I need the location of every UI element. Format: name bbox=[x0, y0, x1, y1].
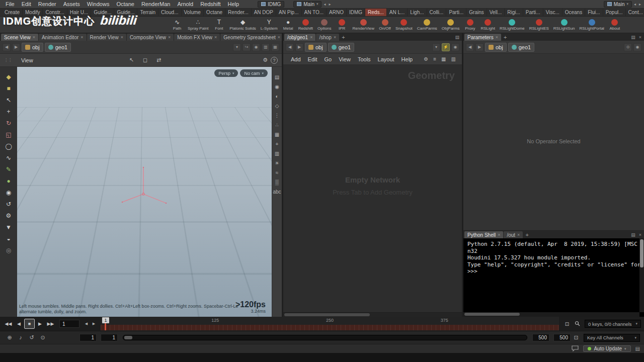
shelf-tab[interactable]: Visc... bbox=[543, 9, 562, 16]
help-icon[interactable]: ? bbox=[271, 57, 278, 64]
close-tab-icon[interactable]: × bbox=[334, 35, 336, 40]
shelf-tab[interactable]: Reds... bbox=[365, 9, 387, 16]
forward-button[interactable]: ▶ bbox=[12, 43, 20, 51]
move-tool-icon[interactable]: + bbox=[4, 108, 13, 116]
pane-tab[interactable]: /out × bbox=[504, 231, 523, 238]
back-button[interactable]: ◀ bbox=[466, 43, 474, 51]
shelf-tab[interactable]: Volume bbox=[182, 9, 204, 16]
network-menu-item[interactable]: View bbox=[335, 55, 354, 63]
scroll-left-icon[interactable]: ◂ bbox=[323, 2, 327, 7]
select-tool-icon[interactable]: ↖ bbox=[4, 96, 13, 104]
shelf-tab[interactable]: Render... bbox=[225, 9, 252, 16]
shelf-tab[interactable]: AN Pip... bbox=[276, 9, 301, 16]
pane-tab[interactable]: Animation Editor × bbox=[39, 34, 87, 41]
pane-menu-icon[interactable]: ▤ bbox=[629, 232, 637, 237]
play-reverse-button[interactable]: ◀ bbox=[14, 319, 24, 329]
current-frame-field[interactable]: 1 bbox=[59, 320, 79, 328]
menubar-item[interactable]: Windows bbox=[84, 0, 113, 8]
playback-range-end-field[interactable]: 500 bbox=[532, 334, 549, 341]
network-menu-item[interactable]: Go bbox=[321, 55, 336, 63]
pane-tab[interactable]: Parameters × bbox=[464, 34, 501, 41]
close-tab-icon[interactable]: × bbox=[278, 35, 280, 40]
close-tab-icon[interactable]: × bbox=[517, 232, 520, 237]
realtime-toggle-icon[interactable]: ⊙ bbox=[37, 334, 48, 341]
shelf-tool[interactable]: Options bbox=[315, 19, 334, 31]
shading-mode-icon[interactable]: ◐ bbox=[275, 94, 278, 99]
new-tab-button[interactable]: + bbox=[502, 34, 509, 40]
shelf-tab[interactable]: Constr... bbox=[43, 9, 67, 16]
settings-gear-icon[interactable]: ⚙ bbox=[263, 57, 268, 63]
shelf-tool[interactable]: RSLightES bbox=[527, 19, 551, 31]
stop-button[interactable]: ■ bbox=[24, 319, 35, 329]
scroll-right-icon[interactable]: ▸ bbox=[638, 2, 642, 7]
grid-display-icon[interactable]: ▦ bbox=[275, 132, 279, 137]
shelf-tool[interactable]: ◆ Platonic Solids bbox=[227, 19, 258, 31]
network-menu-item[interactable]: Tools bbox=[354, 55, 374, 63]
close-tab-icon[interactable]: × bbox=[310, 35, 312, 40]
menubar-item[interactable]: Assets bbox=[60, 0, 84, 8]
snap-tool-icon[interactable]: ◉ bbox=[4, 189, 13, 197]
shelf-tool[interactable]: RSLightDome bbox=[498, 19, 527, 31]
network-canvas[interactable]: Geometry Empty Network Press Tab to Add … bbox=[283, 65, 462, 317]
pin-icon[interactable]: ◉ bbox=[633, 43, 641, 51]
paint-tool-icon[interactable]: ✎ bbox=[4, 165, 13, 173]
geometry-badge-icon[interactable]: ■ bbox=[4, 84, 13, 93]
menubar-item[interactable]: File bbox=[2, 0, 18, 8]
network-menu-item[interactable]: Help bbox=[398, 55, 417, 63]
shelf-tab[interactable]: Guide... bbox=[114, 9, 137, 16]
close-tab-icon[interactable]: × bbox=[80, 35, 83, 40]
pane-close-icon[interactable]: × bbox=[637, 35, 643, 40]
text-overlay-icon[interactable]: abc bbox=[273, 190, 281, 195]
range-slider-handle[interactable] bbox=[124, 336, 132, 339]
pane-tab[interactable]: /shop × bbox=[316, 34, 339, 41]
pin-icon[interactable]: ◉ bbox=[451, 43, 459, 51]
pane-tab[interactable]: Geometry Spreadsheet × bbox=[220, 34, 283, 41]
python-shell-output[interactable]: Python 2.7.15 (default, Apr 8 2019, 15:3… bbox=[463, 238, 644, 317]
shelf-tab[interactable]: IDMG bbox=[347, 9, 365, 16]
back-button[interactable]: ◀ bbox=[286, 43, 294, 51]
keyframe-options-icon[interactable]: ⊡ bbox=[562, 321, 572, 327]
scale-tool-icon[interactable]: ◱ bbox=[4, 131, 13, 139]
menubar-item[interactable]: Octane bbox=[113, 0, 137, 8]
message-bubble-icon[interactable] bbox=[572, 345, 579, 352]
select-mode-icon[interactable]: ↖ bbox=[129, 57, 134, 63]
memory-monitor-icon[interactable]: ▤ bbox=[635, 346, 640, 351]
shelf-tool[interactable]: ∿ Path bbox=[169, 19, 185, 31]
shelf-tab[interactable]: Oceans bbox=[562, 9, 585, 16]
shelf-tab[interactable]: Cont... bbox=[626, 9, 644, 16]
shelf-tab[interactable]: Parti... bbox=[446, 9, 466, 16]
normals-icon[interactable]: ⋮ bbox=[275, 113, 280, 118]
menubar-item[interactable]: Render bbox=[35, 0, 60, 8]
path-chip-obj[interactable]: obj bbox=[305, 43, 327, 52]
objects-badge-icon[interactable]: ◆ bbox=[4, 73, 13, 81]
jump-icon[interactable]: ↪ bbox=[243, 43, 251, 51]
auto-update-dropdown[interactable]: Auto Update ▾ bbox=[583, 345, 630, 352]
network-menu-item[interactable]: Add bbox=[287, 55, 304, 63]
timeline-ruler[interactable]: 125 250 375 1 bbox=[101, 317, 559, 331]
close-tab-icon[interactable]: × bbox=[214, 35, 217, 40]
background-icon[interactable]: ▒ bbox=[275, 180, 279, 185]
path-chip-geo1[interactable]: geo1 bbox=[328, 43, 354, 52]
play-button[interactable]: ▶ bbox=[35, 319, 45, 329]
snapshot-icon[interactable]: ▥ bbox=[262, 43, 270, 51]
scroll-right-icon[interactable]: ▸ bbox=[328, 2, 332, 7]
shelf-tool[interactable]: RSLight bbox=[478, 19, 497, 31]
points-display-icon[interactable]: ∴ bbox=[275, 123, 278, 128]
shelf-tab[interactable]: Rigi... bbox=[505, 9, 523, 16]
search-channels-icon[interactable] bbox=[573, 321, 582, 327]
gnomon-icon[interactable]: + bbox=[276, 142, 279, 147]
shelf-tool[interactable]: ● Metal bbox=[280, 19, 296, 31]
horizontal-scrollbar[interactable] bbox=[283, 312, 462, 317]
close-tab-icon[interactable]: × bbox=[33, 35, 35, 40]
jump-start-button[interactable]: ◀◀ bbox=[3, 319, 14, 329]
shelf-tool[interactable]: Proxy bbox=[462, 19, 478, 31]
tools-wrench-icon[interactable]: ⚙ bbox=[422, 56, 430, 62]
link-editor-icon[interactable]: ⚡ bbox=[442, 43, 450, 51]
columns-view-icon[interactable]: ▥ bbox=[449, 56, 458, 62]
menubar-item[interactable]: RenderMan bbox=[138, 0, 174, 8]
pane-tab[interactable]: Composite View × bbox=[127, 34, 174, 41]
shelf-tab[interactable]: Grains bbox=[466, 9, 487, 16]
desktop-combo-main-right[interactable]: Main ▾ bbox=[604, 1, 632, 8]
new-tab-button[interactable]: + bbox=[340, 34, 347, 40]
layout-icon[interactable]: ▦ bbox=[271, 43, 279, 51]
